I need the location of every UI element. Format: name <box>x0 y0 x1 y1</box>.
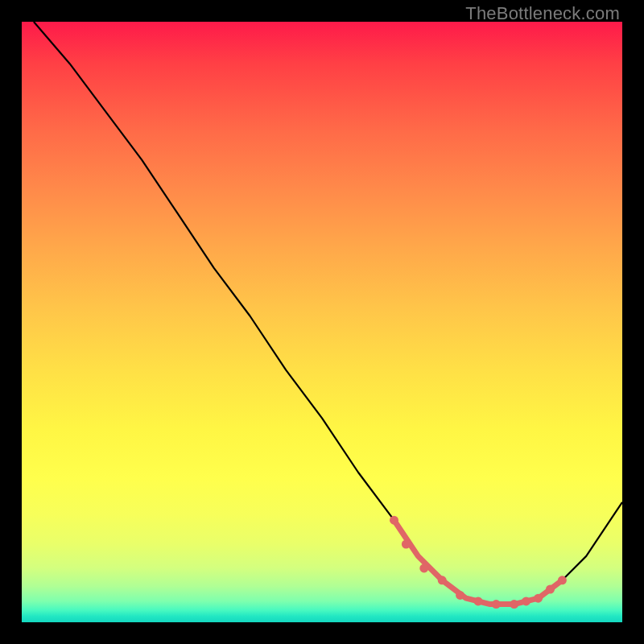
optimal-marker-dot <box>510 600 518 609</box>
optimal-marker-dot <box>402 540 411 549</box>
optimal-marker-dot <box>558 576 567 584</box>
optimal-marker-dot <box>390 516 398 525</box>
optimal-marker-dot <box>419 564 428 572</box>
optimal-marker-dot <box>534 594 543 603</box>
bottleneck-curve <box>34 22 622 605</box>
optimal-range-dots <box>390 516 567 609</box>
plot-area <box>22 22 622 622</box>
optimal-marker-dot <box>456 591 464 600</box>
optimal-marker-dot <box>492 600 501 609</box>
optimal-range-line <box>394 520 563 604</box>
optimal-marker-dot <box>438 576 447 584</box>
chart-frame: TheBottleneck.com <box>0 0 644 644</box>
optimal-marker-dot <box>474 597 483 605</box>
optimal-marker-dot <box>522 597 530 605</box>
chart-svg <box>22 22 622 622</box>
optimal-marker-dot <box>546 585 555 594</box>
